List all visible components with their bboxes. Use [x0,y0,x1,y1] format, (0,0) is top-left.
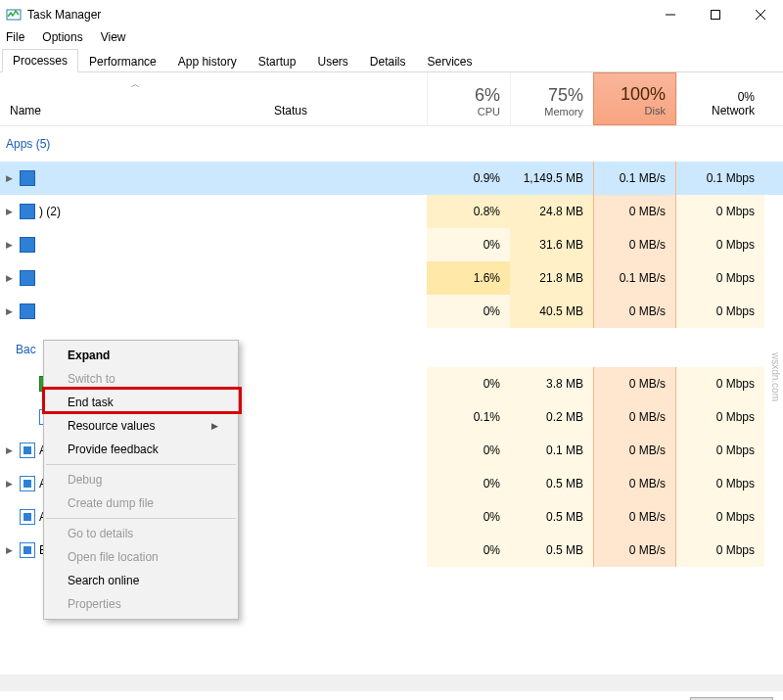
process-row[interactable]: ▶0.9%1,149.5 MB0.1 MB/s0.1 Mbps [0,162,783,195]
menu-item[interactable]: End task [44,391,238,414]
menu-item[interactable]: Resource values▶ [44,414,238,438]
chevron-right-icon[interactable]: ▶ [6,173,16,183]
maximize-button[interactable] [693,0,738,29]
footer-bar: Fewer details End task [0,691,783,700]
col-net-pct: 0% [738,90,755,104]
group-apps[interactable]: Apps (5) [0,126,783,162]
col-status-label: Status [274,104,307,117]
cell-memory: 21.8 MB [510,261,593,295]
chevron-right-icon[interactable]: ▶ [6,479,16,489]
svg-rect-2 [712,11,720,20]
process-list[interactable]: Apps (5) ▶0.9%1,149.5 MB0.1 MB/s0.1 Mbps… [0,126,783,675]
tab-users[interactable]: Users [306,50,358,72]
tab-startup[interactable]: Startup [248,50,307,72]
col-name[interactable]: ︿ Name [0,72,270,125]
menu-item: Open file location [44,545,238,569]
chevron-right-icon[interactable]: ▶ [6,207,16,216]
chevron-right-icon[interactable]: ▶ [6,273,16,283]
col-status[interactable]: Status [270,72,427,125]
tab-details[interactable]: Details [359,50,417,72]
process-row[interactable]: ▶) (2)0.8%24.8 MB0 MB/s0 Mbps [0,195,783,228]
col-mem-label: Memory [544,106,583,117]
col-disk-pct: 100% [621,84,666,105]
menu-item: Go to details [44,522,238,545]
menu-item: Debug [44,468,238,491]
menu-item: Properties [44,592,238,616]
cell-cpu: 0.9% [427,162,510,195]
process-row[interactable]: ▶0%40.5 MB0 MB/s0 Mbps [0,295,783,328]
chevron-right-icon[interactable]: ▶ [6,445,16,455]
cell-network: 0 Mbps [676,228,764,261]
horizontal-scrollbar[interactable] [0,675,783,691]
tabstrip: Processes Performance App history Startu… [0,49,783,72]
watermark: wsxdn.com [770,352,781,401]
service-icon [20,542,35,558]
cell-cpu: 0.8% [427,195,510,228]
cell-memory: 1,149.5 MB [510,162,593,195]
cell-network: 0 Mbps [676,400,764,434]
process-row[interactable]: ▶1.6%21.8 MB0.1 MB/s0 Mbps [0,261,783,295]
cell-network: 0.1 Mbps [676,162,764,195]
cell-memory: 40.5 MB [510,295,593,328]
chevron-right-icon[interactable]: ▶ [6,545,16,555]
col-disk-label: Disk [645,105,666,117]
menu-options[interactable]: Options [40,30,84,44]
window-title: Task Manager [27,8,648,22]
cell-network: 0 Mbps [676,367,764,400]
col-memory[interactable]: 75% Memory [510,72,593,125]
cell-disk: 0 MB/s [593,467,676,500]
cell-cpu: 0% [427,434,510,467]
cell-cpu: 0% [427,467,510,500]
cell-network: 0 Mbps [676,467,764,500]
app-icon [20,303,35,319]
app-icon [20,170,35,186]
tab-performance[interactable]: Performance [78,50,167,72]
tab-app-history[interactable]: App history [167,50,248,72]
cell-cpu: 0% [427,295,510,328]
tab-services[interactable]: Services [417,50,484,72]
cell-memory: 0.5 MB [510,534,593,567]
col-disk[interactable]: 100% Disk [593,72,676,125]
col-cpu-label: CPU [478,106,500,117]
cell-cpu: 0% [427,228,510,261]
close-button[interactable] [738,0,783,29]
cell-memory: 0.1 MB [510,434,593,467]
cell-network: 0 Mbps [676,295,764,328]
cell-disk: 0 MB/s [593,228,676,261]
menu-view[interactable]: View [99,30,128,44]
menu-item[interactable]: Search online [44,569,238,592]
col-mem-pct: 75% [548,85,583,106]
context-menu: ExpandSwitch toEnd taskResource values▶P… [43,340,239,620]
cell-network: 0 Mbps [676,434,764,467]
cell-network: 0 Mbps [676,534,764,567]
cell-network: 0 Mbps [676,261,764,295]
cell-memory: 3.8 MB [510,367,593,400]
service-icon [20,476,35,491]
process-row[interactable]: ▶0%31.6 MB0 MB/s0 Mbps [0,228,783,261]
cell-memory: 0.5 MB [510,467,593,500]
menu-separator [46,464,236,465]
cell-disk: 0.1 MB/s [593,261,676,295]
column-headers: ︿ Name Status 6% CPU 75% Memory 100% Dis… [0,72,783,126]
menu-item[interactable]: Expand [44,344,238,367]
cell-network: 0 Mbps [676,500,764,534]
process-name: ) (2) [39,205,61,218]
menubar: File Options View [0,29,783,49]
chevron-right-icon[interactable]: ▶ [6,240,16,250]
col-network[interactable]: 0% Network [676,72,764,125]
cell-memory: 24.8 MB [510,195,593,228]
service-icon [20,443,35,458]
menu-item: Switch to [44,367,238,391]
menu-file[interactable]: File [4,30,26,44]
chevron-right-icon[interactable]: ▶ [6,306,16,316]
minimize-button[interactable] [648,0,693,29]
sort-indicator-icon: ︿ [131,78,140,91]
tab-processes[interactable]: Processes [2,49,78,72]
cell-memory: 0.2 MB [510,400,593,434]
app-icon [20,237,35,253]
col-cpu[interactable]: 6% CPU [427,72,510,125]
menu-item[interactable]: Provide feedback [44,438,238,461]
cell-cpu: 0% [427,534,510,567]
cell-network: 0 Mbps [676,195,764,228]
cell-disk: 0.1 MB/s [593,162,676,195]
